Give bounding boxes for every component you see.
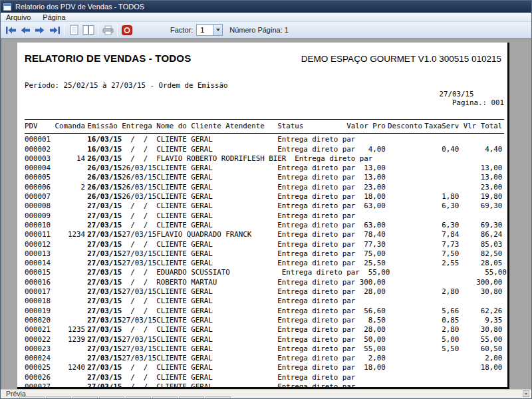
table-row: 00002327/03/1527/03/15CLIENTE GERALEntre… [25,344,504,354]
cell-taxa [422,354,459,363]
cell-emissao: 26/03/15 [87,192,122,201]
cell-total: 13,00 [459,164,502,173]
cell-emissao: 16/03/15 [87,145,122,154]
table-row: 00001327/03/1527/03/15CLIENTE GERALEntre… [25,249,504,259]
cell-status: Entrega direto par [277,164,344,173]
report-period: Período: 25/02/15 à 27/03/15 - Ordem de … [25,81,228,116]
cell-atendente [225,307,277,316]
cell-total [476,154,509,164]
cell-atendente [225,221,277,230]
cell-status: Entrega direto par [277,135,344,144]
cell-desconto [386,135,422,144]
cell-pdv: 000021 [25,325,55,334]
table-row: 00001627/03/15 / /ROBERTO MARTAUEntrega … [25,278,504,287]
previous-page-button[interactable] [18,23,33,37]
cell-emissao: 27/03/15 [87,249,122,259]
cell-comanda [55,221,86,230]
first-page-button[interactable] [3,23,18,37]
cell-total [459,211,502,221]
menu-bar: Arquivo Página [1,13,531,22]
cell-desconto [386,335,422,344]
cell-nome: CLIENTE GERAL [156,164,225,173]
factor-label: Factor: [170,26,193,34]
cell-total: 13,00 [459,173,502,182]
cell-emissao: 27/03/15 [87,278,122,287]
last-page-button[interactable] [47,23,62,37]
arrow-left-icon [20,26,31,35]
cell-pdv: 000015 [25,268,55,277]
cell-nome: CLIENTE GERAL [156,382,225,389]
cell-taxa: 0,40 [422,145,459,154]
cell-valor: 28,00 [344,287,386,297]
cell-status: Entrega direto par [277,363,344,372]
cell-atendente [225,183,277,192]
factor-dropdown-button[interactable] [213,25,222,35]
cell-nome: CLIENTE GERAL [156,240,225,249]
cell-status: Entrega direto par [277,382,344,389]
cell-entrega: / / [122,240,156,249]
single-page-view-button[interactable] [66,23,81,37]
cell-entrega: / / [122,297,156,306]
cell-valor: 4,00 [344,145,386,154]
cell-pdv: 000026 [25,373,55,382]
cell-taxa [422,135,459,144]
two-pages-icon [82,25,94,35]
cell-taxa: 5,00 [422,335,459,344]
cell-comanda [55,287,86,297]
status-corner-widget[interactable] [523,390,529,397]
cell-status: Entrega direto par [277,335,344,344]
cell-atendente [225,344,277,354]
cell-atendente [230,268,282,277]
cell-emissao: 27/03/15 [87,307,122,316]
cell-total: 4,40 [459,145,502,154]
arrow-right-icon [35,26,45,35]
toolbar: Factor: 1 Número Página: 1 [1,22,531,39]
cell-taxa [422,297,459,306]
menu-pagina[interactable]: Página [43,13,65,21]
cell-nome: CLIENTE GERAL [156,221,225,230]
cell-emissao: 27/03/15 [87,268,122,277]
cell-emissao: 27/03/15 [87,316,122,325]
cell-valor: 55,00 [344,344,386,354]
cell-nome: CLIENTE GERAL [156,135,225,144]
print-button[interactable] [100,23,115,37]
cell-valor: 63,00 [344,221,386,230]
cell-desconto [386,145,422,154]
cell-taxa [422,373,459,382]
cell-pdv: 000025 [25,363,55,372]
title-bar[interactable]: Relatorio dos PDV de Vendas - TODOS [1,1,531,13]
cell-status: Entrega direto par [277,278,344,287]
cell-pdv: 000013 [25,249,55,259]
status-bar: Prévia [1,389,531,398]
cell-valor [362,154,403,164]
cell-comanda [55,373,86,382]
cell-taxa: 0,85 [422,316,459,325]
cell-total [459,382,502,389]
cell-desconto [386,164,422,173]
cell-pdv: 000003 [25,154,55,164]
cell-comanda [55,173,86,182]
cell-emissao: 27/03/15 [87,201,122,211]
cell-desconto [386,297,422,306]
report-company: DEMO ESPAÇO GOURMET V1.0 300515 010215 [301,54,501,64]
factor-select[interactable]: 1 [196,24,223,36]
chevron-down-icon [216,29,220,31]
cell-total: 28,05 [459,259,502,268]
cell-comanda [55,135,86,144]
exit-button[interactable] [120,23,134,37]
cell-comanda [55,145,86,154]
cell-total [459,135,502,144]
cell-total: 82,50 [459,249,502,259]
table-row: 00000216/03/15 / /CLIENTE GERALEntrega d… [25,145,504,154]
cell-taxa [422,278,459,287]
cell-comanda: 2 [55,183,86,192]
cell-comanda [55,278,86,287]
next-page-button[interactable] [33,23,47,37]
cell-atendente [225,287,277,297]
cell-pdv: 000012 [25,240,55,249]
menu-arquivo[interactable]: Arquivo [6,13,31,21]
two-page-view-button[interactable] [81,23,96,37]
cell-desconto [386,382,422,389]
cell-nome: CLIENTE GERAL [156,297,225,306]
cell-nome: CLIENTE GERAL [156,211,225,221]
